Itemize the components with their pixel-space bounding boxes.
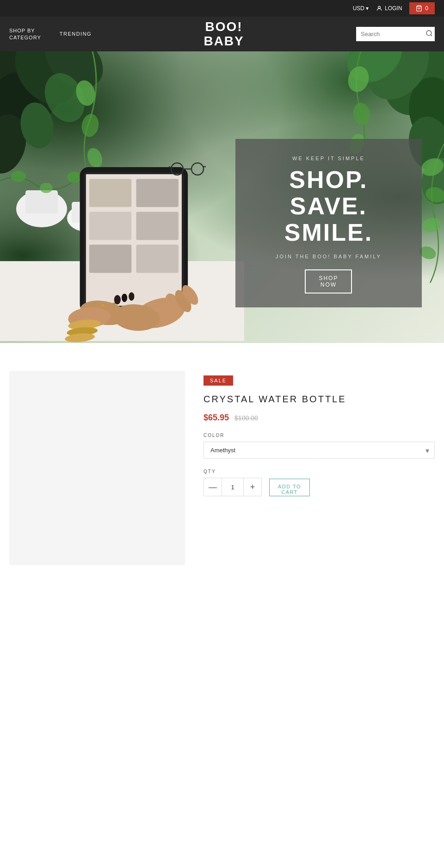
currency-label: USD: [353, 5, 364, 12]
login-link[interactable]: LOGIN: [376, 5, 402, 12]
qty-column: QTY — +: [204, 469, 262, 496]
search-box: [356, 27, 435, 41]
currency-arrow: ▾: [366, 5, 369, 12]
svg-point-30: [419, 156, 444, 179]
svg-line-63: [169, 167, 171, 168]
product-section: SALE CRYSTAL WATER BOTTLE $65.95 $100.00…: [0, 343, 444, 593]
main-nav: SHOP BY CATEGORY TRENDING BOO! BABY: [0, 17, 444, 51]
logo-line2: BABY: [204, 34, 244, 49]
svg-rect-40: [89, 212, 131, 240]
search-input[interactable]: [361, 31, 426, 37]
svg-point-61: [191, 163, 204, 175]
price-row: $65.95 $100.00: [204, 413, 435, 423]
qty-controls: — +: [204, 478, 262, 496]
hero-join-text: JOIN THE BOO! BABY FAMILY: [249, 254, 408, 259]
sale-price: $65.95: [204, 413, 229, 423]
currency-selector[interactable]: USD ▾: [353, 5, 369, 12]
svg-rect-43: [136, 245, 178, 273]
qty-decrease-button[interactable]: —: [204, 478, 222, 496]
hero-headline-line2: SMILE.: [284, 219, 373, 246]
svg-point-58: [122, 293, 127, 302]
hero-subtitle: WE KEEP IT SIMPLE: [249, 156, 408, 161]
cart-button[interactable]: 0: [409, 2, 435, 14]
svg-line-3: [431, 35, 432, 36]
footer-space: [0, 593, 444, 868]
shop-by-category-nav[interactable]: SHOP BY CATEGORY: [9, 27, 41, 41]
tablet-illustration: [0, 81, 244, 343]
svg-point-32: [421, 217, 442, 233]
logo-line1: BOO!: [204, 20, 244, 34]
svg-rect-55: [101, 305, 105, 306]
search-button[interactable]: [426, 30, 433, 38]
svg-point-57: [114, 295, 121, 304]
svg-rect-39: [136, 179, 178, 207]
hero-section: WE KEEP IT SIMPLE SHOP. SAVE. SMILE. JOI…: [0, 51, 444, 343]
color-select-wrapper: Amethyst Rose Quartz Clear Quartz Obsidi…: [204, 442, 435, 459]
svg-point-59: [129, 292, 134, 300]
product-image: [9, 371, 185, 565]
tablet-hand-area: [0, 81, 244, 343]
top-bar: USD ▾ LOGIN 0: [0, 0, 444, 17]
svg-point-0: [378, 6, 381, 8]
product-details: SALE CRYSTAL WATER BOTTLE $65.95 $100.00…: [204, 371, 435, 565]
product-title: CRYSTAL WATER BOTTLE: [204, 394, 435, 405]
hero-headline: SHOP. SAVE. SMILE.: [249, 167, 408, 246]
hero-text-box: WE KEEP IT SIMPLE SHOP. SAVE. SMILE. JOI…: [235, 139, 422, 307]
glasses-decoration: [169, 162, 206, 178]
add-to-cart-button[interactable]: ADD TOCART: [269, 479, 310, 496]
color-select[interactable]: Amethyst Rose Quartz Clear Quartz Obsidi…: [204, 442, 435, 459]
search-icon: [426, 30, 433, 37]
cart-count: 0: [425, 5, 428, 12]
trending-nav[interactable]: TRENDING: [60, 31, 92, 37]
svg-rect-41: [136, 212, 178, 240]
svg-rect-42: [89, 245, 131, 273]
sale-badge: SALE: [204, 375, 233, 386]
shop-by-category-line1: SHOP BY: [9, 27, 41, 34]
site-logo[interactable]: BOO! BABY: [204, 20, 244, 49]
svg-point-60: [171, 163, 183, 175]
svg-rect-38: [89, 179, 131, 207]
qty-increase-button[interactable]: +: [244, 478, 261, 496]
original-price: $100.00: [234, 414, 258, 422]
shop-now-button[interactable]: SHOPNOW: [305, 269, 352, 293]
shop-by-category-line2: CATEGORY: [9, 34, 41, 41]
user-icon: [376, 5, 382, 12]
cart-icon: [416, 5, 422, 12]
glasses-icon: [169, 162, 206, 176]
color-label: COLOR: [204, 433, 435, 438]
login-label: LOGIN: [385, 5, 402, 12]
svg-point-31: [424, 185, 444, 205]
hero-headline-line1: SHOP. SAVE.: [289, 166, 368, 219]
svg-point-2: [426, 31, 432, 36]
minus-icon: —: [209, 482, 217, 492]
qty-row: QTY — + ADD TOCART: [204, 469, 435, 496]
svg-point-26: [352, 101, 372, 126]
qty-input[interactable]: [222, 478, 244, 496]
plus-icon: +: [250, 482, 255, 492]
qty-label: QTY: [204, 469, 262, 474]
